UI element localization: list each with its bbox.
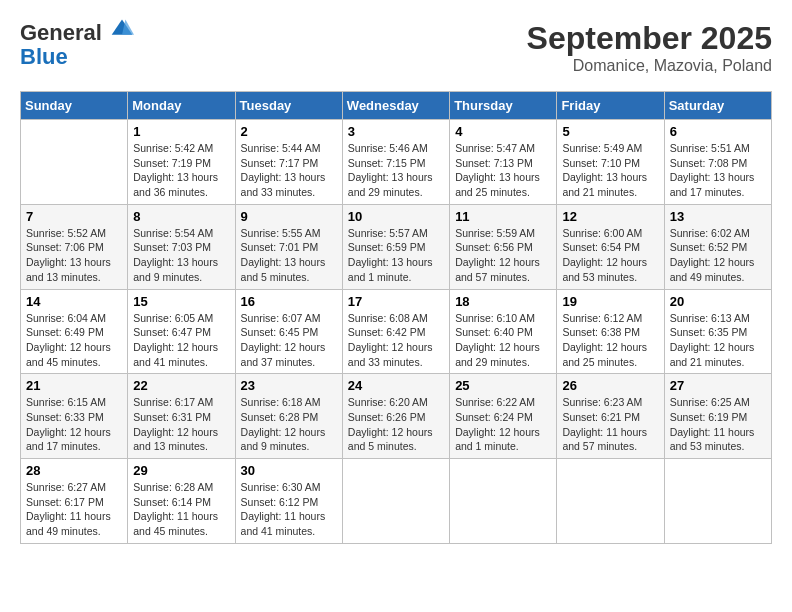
- day-number: 12: [562, 209, 658, 224]
- day-number: 23: [241, 378, 337, 393]
- day-info: Sunrise: 5:54 AM Sunset: 7:03 PM Dayligh…: [133, 226, 229, 285]
- calendar-cell: 5Sunrise: 5:49 AM Sunset: 7:10 PM Daylig…: [557, 120, 664, 205]
- calendar-table: SundayMondayTuesdayWednesdayThursdayFrid…: [20, 91, 772, 544]
- calendar-cell: 1Sunrise: 5:42 AM Sunset: 7:19 PM Daylig…: [128, 120, 235, 205]
- weekday-header-sunday: Sunday: [21, 92, 128, 120]
- day-number: 19: [562, 294, 658, 309]
- calendar-cell: 2Sunrise: 5:44 AM Sunset: 7:17 PM Daylig…: [235, 120, 342, 205]
- day-number: 13: [670, 209, 766, 224]
- calendar-cell: 25Sunrise: 6:22 AM Sunset: 6:24 PM Dayli…: [450, 374, 557, 459]
- day-info: Sunrise: 6:04 AM Sunset: 6:49 PM Dayligh…: [26, 311, 122, 370]
- day-info: Sunrise: 5:42 AM Sunset: 7:19 PM Dayligh…: [133, 141, 229, 200]
- calendar-cell: 12Sunrise: 6:00 AM Sunset: 6:54 PM Dayli…: [557, 204, 664, 289]
- day-info: Sunrise: 6:18 AM Sunset: 6:28 PM Dayligh…: [241, 395, 337, 454]
- weekday-header-tuesday: Tuesday: [235, 92, 342, 120]
- day-number: 28: [26, 463, 122, 478]
- calendar-cell: 14Sunrise: 6:04 AM Sunset: 6:49 PM Dayli…: [21, 289, 128, 374]
- calendar-cell: 22Sunrise: 6:17 AM Sunset: 6:31 PM Dayli…: [128, 374, 235, 459]
- calendar-cell: 30Sunrise: 6:30 AM Sunset: 6:12 PM Dayli…: [235, 459, 342, 544]
- day-info: Sunrise: 5:49 AM Sunset: 7:10 PM Dayligh…: [562, 141, 658, 200]
- calendar-cell: 6Sunrise: 5:51 AM Sunset: 7:08 PM Daylig…: [664, 120, 771, 205]
- calendar-row-5: 28Sunrise: 6:27 AM Sunset: 6:17 PM Dayli…: [21, 459, 772, 544]
- calendar-cell: [21, 120, 128, 205]
- calendar-row-3: 14Sunrise: 6:04 AM Sunset: 6:49 PM Dayli…: [21, 289, 772, 374]
- weekday-header-saturday: Saturday: [664, 92, 771, 120]
- day-number: 30: [241, 463, 337, 478]
- calendar-cell: 29Sunrise: 6:28 AM Sunset: 6:14 PM Dayli…: [128, 459, 235, 544]
- calendar-cell: [557, 459, 664, 544]
- calendar-cell: 24Sunrise: 6:20 AM Sunset: 6:26 PM Dayli…: [342, 374, 449, 459]
- day-info: Sunrise: 6:22 AM Sunset: 6:24 PM Dayligh…: [455, 395, 551, 454]
- day-number: 17: [348, 294, 444, 309]
- day-info: Sunrise: 6:15 AM Sunset: 6:33 PM Dayligh…: [26, 395, 122, 454]
- day-number: 4: [455, 124, 551, 139]
- weekday-header-row: SundayMondayTuesdayWednesdayThursdayFrid…: [21, 92, 772, 120]
- logo-blue: Blue: [20, 45, 134, 69]
- logo-icon: [110, 16, 134, 40]
- weekday-header-monday: Monday: [128, 92, 235, 120]
- day-info: Sunrise: 6:28 AM Sunset: 6:14 PM Dayligh…: [133, 480, 229, 539]
- day-number: 6: [670, 124, 766, 139]
- calendar-cell: 7Sunrise: 5:52 AM Sunset: 7:06 PM Daylig…: [21, 204, 128, 289]
- day-number: 21: [26, 378, 122, 393]
- day-info: Sunrise: 6:02 AM Sunset: 6:52 PM Dayligh…: [670, 226, 766, 285]
- day-info: Sunrise: 5:47 AM Sunset: 7:13 PM Dayligh…: [455, 141, 551, 200]
- day-info: Sunrise: 6:07 AM Sunset: 6:45 PM Dayligh…: [241, 311, 337, 370]
- day-number: 1: [133, 124, 229, 139]
- day-number: 22: [133, 378, 229, 393]
- day-info: Sunrise: 6:13 AM Sunset: 6:35 PM Dayligh…: [670, 311, 766, 370]
- calendar-row-4: 21Sunrise: 6:15 AM Sunset: 6:33 PM Dayli…: [21, 374, 772, 459]
- calendar-cell: 18Sunrise: 6:10 AM Sunset: 6:40 PM Dayli…: [450, 289, 557, 374]
- day-info: Sunrise: 6:00 AM Sunset: 6:54 PM Dayligh…: [562, 226, 658, 285]
- day-number: 18: [455, 294, 551, 309]
- calendar-cell: 27Sunrise: 6:25 AM Sunset: 6:19 PM Dayli…: [664, 374, 771, 459]
- day-info: Sunrise: 5:44 AM Sunset: 7:17 PM Dayligh…: [241, 141, 337, 200]
- day-info: Sunrise: 5:55 AM Sunset: 7:01 PM Dayligh…: [241, 226, 337, 285]
- calendar-cell: 19Sunrise: 6:12 AM Sunset: 6:38 PM Dayli…: [557, 289, 664, 374]
- calendar-cell: 8Sunrise: 5:54 AM Sunset: 7:03 PM Daylig…: [128, 204, 235, 289]
- calendar-cell: 20Sunrise: 6:13 AM Sunset: 6:35 PM Dayli…: [664, 289, 771, 374]
- calendar-cell: [342, 459, 449, 544]
- day-info: Sunrise: 6:20 AM Sunset: 6:26 PM Dayligh…: [348, 395, 444, 454]
- day-info: Sunrise: 6:23 AM Sunset: 6:21 PM Dayligh…: [562, 395, 658, 454]
- weekday-header-wednesday: Wednesday: [342, 92, 449, 120]
- day-number: 15: [133, 294, 229, 309]
- month-title: September 2025: [527, 20, 772, 57]
- day-number: 27: [670, 378, 766, 393]
- day-info: Sunrise: 5:59 AM Sunset: 6:56 PM Dayligh…: [455, 226, 551, 285]
- day-number: 9: [241, 209, 337, 224]
- calendar-cell: 4Sunrise: 5:47 AM Sunset: 7:13 PM Daylig…: [450, 120, 557, 205]
- day-number: 11: [455, 209, 551, 224]
- calendar-cell: 16Sunrise: 6:07 AM Sunset: 6:45 PM Dayli…: [235, 289, 342, 374]
- svg-marker-1: [122, 19, 134, 34]
- day-number: 3: [348, 124, 444, 139]
- day-number: 10: [348, 209, 444, 224]
- day-number: 7: [26, 209, 122, 224]
- calendar-cell: 13Sunrise: 6:02 AM Sunset: 6:52 PM Dayli…: [664, 204, 771, 289]
- day-info: Sunrise: 6:25 AM Sunset: 6:19 PM Dayligh…: [670, 395, 766, 454]
- title-area: September 2025 Domanice, Mazovia, Poland: [527, 20, 772, 75]
- day-info: Sunrise: 6:27 AM Sunset: 6:17 PM Dayligh…: [26, 480, 122, 539]
- day-info: Sunrise: 5:57 AM Sunset: 6:59 PM Dayligh…: [348, 226, 444, 285]
- day-number: 25: [455, 378, 551, 393]
- calendar-cell: 3Sunrise: 5:46 AM Sunset: 7:15 PM Daylig…: [342, 120, 449, 205]
- day-info: Sunrise: 5:51 AM Sunset: 7:08 PM Dayligh…: [670, 141, 766, 200]
- calendar-cell: 23Sunrise: 6:18 AM Sunset: 6:28 PM Dayli…: [235, 374, 342, 459]
- day-number: 20: [670, 294, 766, 309]
- day-number: 8: [133, 209, 229, 224]
- calendar-row-2: 7Sunrise: 5:52 AM Sunset: 7:06 PM Daylig…: [21, 204, 772, 289]
- calendar-cell: 11Sunrise: 5:59 AM Sunset: 6:56 PM Dayli…: [450, 204, 557, 289]
- day-info: Sunrise: 6:05 AM Sunset: 6:47 PM Dayligh…: [133, 311, 229, 370]
- day-number: 14: [26, 294, 122, 309]
- calendar-row-1: 1Sunrise: 5:42 AM Sunset: 7:19 PM Daylig…: [21, 120, 772, 205]
- logo: General Blue: [20, 20, 134, 69]
- calendar-cell: [664, 459, 771, 544]
- day-info: Sunrise: 6:10 AM Sunset: 6:40 PM Dayligh…: [455, 311, 551, 370]
- day-number: 24: [348, 378, 444, 393]
- calendar-cell: [450, 459, 557, 544]
- location: Domanice, Mazovia, Poland: [527, 57, 772, 75]
- logo-general: General: [20, 20, 102, 45]
- calendar-cell: 26Sunrise: 6:23 AM Sunset: 6:21 PM Dayli…: [557, 374, 664, 459]
- day-number: 29: [133, 463, 229, 478]
- day-number: 26: [562, 378, 658, 393]
